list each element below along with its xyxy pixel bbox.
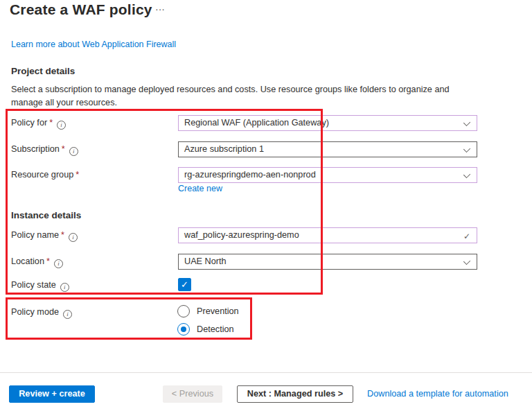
location-value: UAE North xyxy=(184,256,227,266)
create-new-link[interactable]: Create new xyxy=(178,184,222,193)
radio-prevention-label: Prevention xyxy=(197,306,239,316)
location-label-text: Location xyxy=(11,256,44,266)
policy-mode-label-text: Policy mode xyxy=(11,307,59,317)
chevron-down-icon xyxy=(463,119,470,126)
policy-for-label: Policy for*i xyxy=(11,118,66,130)
required-asterisk: * xyxy=(49,118,53,128)
chevron-down-icon xyxy=(463,258,470,265)
policy-state-label-text: Policy state xyxy=(11,280,56,290)
policy-name-input[interactable]: waf_policy-azurespring-demo ✓ xyxy=(178,227,477,243)
radio-prevention[interactable] xyxy=(177,305,190,317)
subscription-dropdown[interactable]: Azure subscription 1 xyxy=(178,141,477,157)
location-label: Location*i xyxy=(11,256,63,268)
info-icon[interactable]: i xyxy=(69,147,78,156)
more-menu-icon[interactable]: ··· xyxy=(155,3,165,15)
required-asterisk: * xyxy=(76,170,79,180)
required-asterisk: * xyxy=(62,144,65,154)
instance-details-heading: Instance details xyxy=(11,210,81,220)
download-template-link[interactable]: Download a template for automation xyxy=(367,389,508,399)
policy-mode-label: Policy modei xyxy=(11,307,72,319)
required-asterisk: * xyxy=(46,256,50,266)
subscription-label-text: Subscription xyxy=(11,144,60,154)
radio-detection-label: Detection xyxy=(197,324,234,334)
info-icon[interactable]: i xyxy=(63,310,72,319)
learn-more-link[interactable]: Learn more about Web Application Firewal… xyxy=(11,40,176,49)
required-asterisk: * xyxy=(61,230,64,240)
next-managed-rules-button[interactable]: Next : Managed rules > xyxy=(237,385,353,403)
chevron-down-icon xyxy=(463,171,470,178)
project-details-heading: Project details xyxy=(11,66,75,76)
policy-for-dropdown[interactable]: Regional WAF (Application Gateway) xyxy=(178,115,477,131)
resource-group-label: Resource group* xyxy=(11,170,79,180)
footer-divider xyxy=(0,372,532,373)
policy-for-value: Regional WAF (Application Gateway) xyxy=(184,118,329,128)
resource-group-dropdown[interactable]: rg-azurespringdemo-aen-nonprod xyxy=(178,167,477,183)
policy-state-checkbox[interactable]: ✓ xyxy=(178,278,191,291)
chevron-down-icon xyxy=(463,146,470,153)
policy-for-label-text: Policy for xyxy=(11,118,47,128)
subscription-label: Subscription*i xyxy=(11,144,78,156)
location-dropdown[interactable]: UAE North xyxy=(178,254,477,270)
radio-detection[interactable] xyxy=(177,323,190,336)
policy-name-label: Policy name*i xyxy=(11,230,78,242)
resource-group-value: rg-azurespringdemo-aen-nonprod xyxy=(184,170,316,180)
review-create-button[interactable]: Review + create xyxy=(9,385,95,403)
resource-group-label-text: Resource group xyxy=(11,170,73,180)
previous-button: < Previous xyxy=(163,385,222,403)
policy-name-label-text: Policy name xyxy=(11,230,59,240)
info-icon[interactable]: i xyxy=(54,259,63,268)
policy-name-value: waf_policy-azurespring-demo xyxy=(184,230,299,240)
project-details-description: Select a subscription to manage deployed… xyxy=(11,83,477,110)
info-icon[interactable]: i xyxy=(69,233,78,242)
policy-state-label: Policy statei xyxy=(11,280,69,292)
page-title: Create a WAF policy xyxy=(10,1,152,18)
valid-check-icon: ✓ xyxy=(463,229,470,244)
subscription-value: Azure subscription 1 xyxy=(184,144,264,154)
create-waf-policy-page: Create a WAF policy ··· Learn more about… xyxy=(0,0,532,409)
info-icon[interactable]: i xyxy=(57,121,66,130)
info-icon[interactable]: i xyxy=(60,283,69,292)
